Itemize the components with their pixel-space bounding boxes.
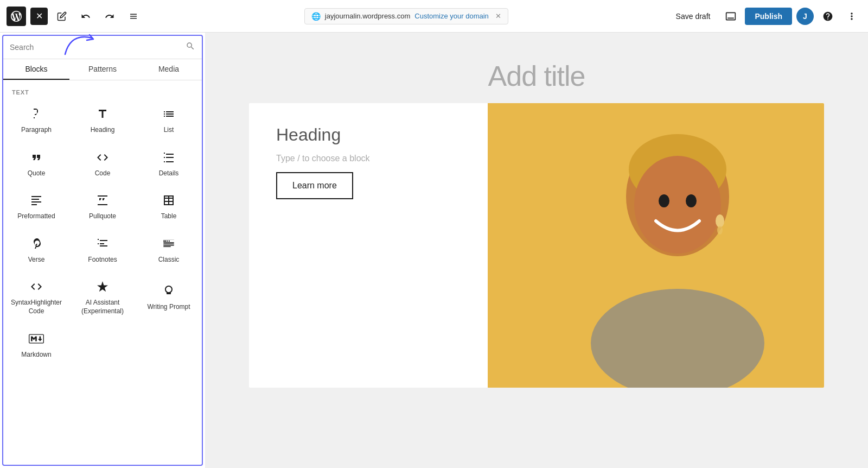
classic-icon: [161, 236, 176, 251]
block-syntax-label: SyntaxHighlighter Code: [8, 299, 65, 315]
block-verse-label: Verse: [28, 256, 45, 264]
block-code-label: Code: [95, 169, 111, 178]
sidebar-search-bar[interactable]: [3, 36, 202, 59]
customize-domain-link[interactable]: Customize your domain: [414, 12, 489, 20]
svg-rect-14: [163, 246, 171, 247]
help-button[interactable]: [818, 7, 838, 26]
block-markdown-label: Markdown: [21, 351, 51, 359]
media-image: [488, 103, 824, 388]
tools-icon[interactable]: [124, 7, 143, 26]
block-table[interactable]: Table: [136, 184, 202, 227]
media-text-content: Heading Type / to choose a block Learn m…: [249, 103, 488, 388]
svg-rect-7: [164, 241, 165, 242]
block-paragraph-placeholder[interactable]: Type / to choose a block: [276, 154, 466, 163]
table-icon: [161, 193, 176, 208]
block-preformatted[interactable]: Preformatted: [3, 184, 69, 227]
topbar-right: Save draft Publish J: [669, 7, 861, 26]
block-table-label: Table: [161, 212, 177, 221]
search-icon[interactable]: [186, 41, 195, 53]
close-inserter-button[interactable]: ✕: [30, 8, 48, 25]
tab-patterns[interactable]: Patterns: [69, 59, 136, 80]
more-options-button[interactable]: [842, 7, 861, 26]
block-heading-label: Heading: [91, 126, 115, 135]
block-paragraph[interactable]: Paragraph: [3, 98, 69, 141]
media-text-block: Heading Type / to choose a block Learn m…: [249, 103, 824, 388]
svg-point-22: [686, 194, 697, 207]
block-pullquote[interactable]: Pullquote: [69, 184, 136, 227]
site-url-bar[interactable]: 🌐 jayjournalin.wordpress.com Customize y…: [304, 8, 508, 24]
ai-assistant-icon: [95, 279, 110, 294]
block-writing-prompt[interactable]: Writing Prompt: [136, 270, 202, 322]
svg-rect-11: [169, 241, 170, 242]
block-heading[interactable]: Heading: [69, 98, 136, 141]
undo-icon[interactable]: [76, 7, 95, 26]
block-paragraph-label: Paragraph: [21, 126, 52, 135]
block-classic-label: Classic: [158, 256, 180, 264]
svg-rect-8: [163, 242, 174, 243]
verse-icon: [29, 236, 44, 251]
save-draft-button[interactable]: Save draft: [669, 9, 717, 24]
list-icon: [161, 106, 176, 122]
block-ai-assistant[interactable]: AI Assistant (Experimental): [69, 270, 136, 322]
svg-point-21: [659, 194, 669, 207]
wp-logo[interactable]: [7, 7, 26, 26]
writing-prompt-icon: [161, 283, 176, 299]
svg-rect-6: [163, 241, 164, 242]
editor-content-block: Heading Type / to choose a block Learn m…: [249, 103, 824, 388]
close-url-bar-icon[interactable]: ✕: [495, 12, 501, 20]
block-footnotes[interactable]: Footnotes: [69, 227, 136, 271]
svg-point-20: [634, 156, 721, 254]
details-icon: [161, 150, 176, 165]
block-writing-prompt-label: Writing Prompt: [147, 303, 190, 312]
block-inserter-sidebar: Blocks Patterns Media TEXT Paragraph: [2, 35, 203, 466]
text-section-label: TEXT: [3, 85, 202, 98]
block-classic[interactable]: Classic: [136, 227, 202, 271]
topbar: ✕ 🌐 jayjournalin.wordpress.com Customize…: [0, 0, 868, 33]
block-list[interactable]: List: [136, 98, 202, 141]
tab-blocks[interactable]: Blocks: [3, 59, 69, 80]
publish-button[interactable]: Publish: [745, 8, 792, 25]
svg-rect-5: [98, 204, 107, 205]
person-image: [488, 103, 824, 388]
svg-rect-2: [31, 201, 41, 203]
syntax-icon: [29, 279, 44, 294]
block-heading-text[interactable]: Heading: [276, 125, 466, 145]
topbar-center: 🌐 jayjournalin.wordpress.com Customize y…: [148, 8, 665, 24]
svg-rect-4: [98, 195, 107, 197]
block-ai-assistant-label: AI Assistant (Experimental): [74, 299, 131, 315]
block-preformatted-label: Preformatted: [17, 212, 55, 221]
block-details[interactable]: Details: [136, 141, 202, 185]
block-verse[interactable]: Verse: [3, 227, 69, 271]
quote-icon: [29, 150, 44, 165]
svg-rect-13: [163, 245, 174, 246]
editor-canvas: Add title Heading Type / to choose a blo…: [205, 33, 868, 468]
svg-point-24: [716, 214, 724, 227]
globe-icon: 🌐: [311, 12, 321, 21]
svg-rect-1: [31, 199, 39, 200]
svg-rect-0: [31, 196, 41, 197]
avatar[interactable]: J: [796, 8, 814, 25]
block-details-label: Details: [159, 169, 179, 178]
svg-rect-12: [163, 243, 174, 244]
post-title-placeholder[interactable]: Add title: [216, 60, 857, 92]
site-domain: jayjournalin.wordpress.com: [325, 12, 411, 20]
block-markdown[interactable]: Markdown: [3, 322, 69, 366]
post-title-area[interactable]: Add title: [216, 43, 857, 103]
block-code[interactable]: Code: [69, 141, 136, 185]
edit-icon[interactable]: [52, 7, 72, 26]
block-pullquote-label: Pullquote: [89, 212, 116, 221]
block-quote[interactable]: Quote: [3, 141, 69, 185]
redo-icon[interactable]: [100, 7, 119, 26]
code-icon: [95, 150, 110, 165]
svg-rect-15: [163, 239, 174, 240]
preview-icon[interactable]: [721, 7, 741, 26]
tab-media[interactable]: Media: [136, 59, 202, 80]
blocks-panel: TEXT Paragraph Heading: [3, 80, 202, 465]
sidebar-tabs: Blocks Patterns Media: [3, 59, 202, 80]
footnotes-icon: [95, 236, 110, 251]
block-syntax-highlighter[interactable]: SyntaxHighlighter Code: [3, 270, 69, 322]
learn-more-button[interactable]: Learn more: [276, 172, 353, 199]
block-footnotes-label: Footnotes: [88, 256, 117, 264]
search-input[interactable]: [10, 43, 181, 52]
markdown-icon: [29, 331, 44, 346]
